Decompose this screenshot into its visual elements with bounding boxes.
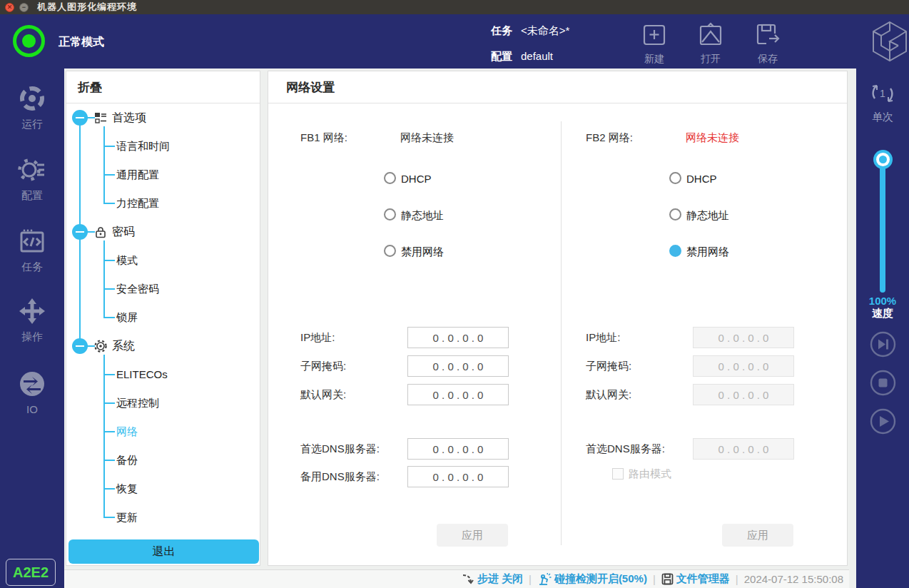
sidebar-item-operate[interactable]: 操作 <box>0 297 64 344</box>
lock-icon <box>94 225 107 238</box>
collision-status[interactable]: 碰撞检测开启(50%) <box>537 572 647 586</box>
step-next-button[interactable] <box>870 331 896 358</box>
fb2-apply-button[interactable]: 应用 <box>722 524 793 547</box>
status-separator: | <box>529 573 532 585</box>
tree-item-force-config[interactable]: 力控配置 <box>66 194 260 213</box>
collision-status-label: 碰撞检测开启(50%) <box>554 572 647 586</box>
fb2-static-radio[interactable] <box>669 208 681 220</box>
fb2-ip-label: IP地址: <box>586 331 620 345</box>
speed-label: 速度 <box>856 307 909 320</box>
tree-item-backup[interactable]: 备份 <box>66 451 260 470</box>
fb1-mask-label: 子网掩码: <box>300 360 346 373</box>
speed-value: 100% <box>856 295 909 307</box>
fb2-network-label: FB2 网络: <box>586 131 633 145</box>
tree-item-network[interactable]: 网络 <box>66 422 260 441</box>
tree-item-label-selected: 网络 <box>116 422 138 441</box>
save-task-button[interactable]: 保存 <box>741 21 795 64</box>
config-row: 配置default <box>491 50 553 64</box>
single-cycle-icon[interactable]: 1 <box>868 79 897 111</box>
fb2-gateway-label: 默认网关: <box>586 388 631 402</box>
fb1-apply-button[interactable]: 应用 <box>437 524 508 547</box>
file-manager-button[interactable]: 文件管理器 <box>661 572 730 586</box>
tree-item-remote-control[interactable]: 远程控制 <box>66 394 260 412</box>
play-button[interactable] <box>870 408 896 435</box>
window-titlebar: ✕ − 机器人图形化编程环境 <box>0 0 909 14</box>
router-mode-label: 路由模式 <box>629 467 671 481</box>
exit-button[interactable]: 退出 <box>68 539 259 564</box>
fb2-disable-radio[interactable] <box>669 245 681 257</box>
tree-item-update[interactable]: 更新 <box>66 508 260 527</box>
new-task-button[interactable]: 新建 <box>627 21 681 64</box>
fb1-disable-radio[interactable] <box>384 245 396 257</box>
open-task-button[interactable]: 打开 <box>684 21 738 64</box>
speed-slider-knob[interactable] <box>873 150 893 169</box>
sidebar-item-task[interactable]: 任务 <box>0 227 64 274</box>
tree-item-label: 备份 <box>116 451 138 470</box>
gear-list-icon <box>18 156 46 186</box>
tree-item-language-time[interactable]: 语言和时间 <box>66 137 260 156</box>
tree-item-mode[interactable]: 模式 <box>66 251 260 270</box>
collapse-node-icon[interactable] <box>72 338 88 354</box>
fb1-dns1-label: 首选DNS服务器: <box>300 442 380 456</box>
fb2-dhcp-radio[interactable] <box>669 172 681 184</box>
brand-logo-icon <box>869 19 909 66</box>
tree-item-preferences[interactable]: 首选项 <box>66 108 260 127</box>
tree-item-general-config[interactable]: 通用配置 <box>66 166 260 184</box>
open-file-icon <box>697 21 724 51</box>
nav-panel-title[interactable]: 折叠 <box>78 79 102 96</box>
fb1-dns2-input[interactable]: 0 . 0 . 0 . 0 <box>407 466 509 487</box>
fb2-mask-input: 0 . 0 . 0 . 0 <box>693 355 794 377</box>
sidebar-item-io[interactable]: IO <box>0 370 64 415</box>
tree-item-system[interactable]: 系统 <box>66 337 260 355</box>
tree-item-label: 模式 <box>116 251 138 270</box>
robot-badge[interactable]: A2E2 <box>6 559 56 586</box>
play-icon <box>880 416 889 427</box>
file-manager-icon <box>661 573 674 585</box>
status-separator: | <box>653 573 656 585</box>
fb1-network-status: 网络未连接 <box>400 131 454 145</box>
tree-item-lock-screen[interactable]: 锁屏 <box>66 308 260 327</box>
tree-item-label: 密码 <box>112 223 135 241</box>
fb2-network-status: 网络未连接 <box>686 131 739 145</box>
sidebar-operate-label: 操作 <box>21 330 43 344</box>
svg-text:1: 1 <box>880 88 885 99</box>
collapse-node-icon[interactable] <box>72 224 88 240</box>
fb1-static-radio[interactable] <box>384 208 396 220</box>
stop-button[interactable] <box>870 370 896 396</box>
run-control-sidebar: 1 单次 100% 速度 <box>856 69 909 588</box>
router-mode-checkbox[interactable] <box>612 468 624 480</box>
fb1-gateway-input[interactable]: 0 . 0 . 0 . 0 <box>407 384 509 405</box>
tree-item-safety-password[interactable]: 安全密码 <box>66 280 260 298</box>
tree-item-password[interactable]: 密码 <box>66 223 260 241</box>
sidebar-run-label: 运行 <box>21 118 43 131</box>
sidebar-item-config[interactable]: 配置 <box>0 156 64 203</box>
close-icon[interactable]: ✕ <box>5 3 14 12</box>
fb1-ip-input[interactable]: 0 . 0 . 0 . 0 <box>407 327 509 348</box>
fb1-dns2-label: 备用DNS服务器: <box>300 470 380 484</box>
status-separator: | <box>736 573 738 585</box>
speed-slider-track[interactable] <box>880 158 885 293</box>
sidebar-io-label: IO <box>26 403 38 415</box>
fb1-disable-label: 禁用网络 <box>401 245 444 259</box>
fb1-dns1-input[interactable]: 0 . 0 . 0 . 0 <box>407 438 509 460</box>
task-value: <未命名>* <box>521 24 569 36</box>
tree-item-label: 系统 <box>112 337 135 355</box>
preferences-icon <box>94 111 107 124</box>
app-header: 正常模式 任务<未命名>* 配置default 新建 打开 保存 <box>0 14 909 69</box>
minimize-icon[interactable]: − <box>19 3 29 12</box>
page-title: 网络设置 <box>286 79 335 96</box>
collapse-node-icon[interactable] <box>72 110 88 126</box>
sidebar-item-run[interactable]: 运行 <box>0 84 64 131</box>
step-mode-status[interactable]: 步进 关闭 <box>462 572 523 586</box>
fb2-gateway-input: 0 . 0 . 0 . 0 <box>693 384 794 405</box>
tree-item-label: ELITECOs <box>116 365 168 384</box>
status-datetime: 2024-07-12 15:50:08 <box>744 573 843 585</box>
tree-item-elitecos[interactable]: ELITECOs <box>66 365 260 384</box>
tree-item-label: 更新 <box>116 508 138 527</box>
tree-item-restore[interactable]: 恢复 <box>66 480 260 498</box>
file-manager-label: 文件管理器 <box>676 572 730 586</box>
mode-indicator-icon <box>13 25 45 57</box>
fb1-dhcp-radio[interactable] <box>384 172 396 184</box>
fb1-mask-input[interactable]: 0 . 0 . 0 . 0 <box>407 355 509 377</box>
window-title: 机器人图形化编程环境 <box>37 1 137 14</box>
